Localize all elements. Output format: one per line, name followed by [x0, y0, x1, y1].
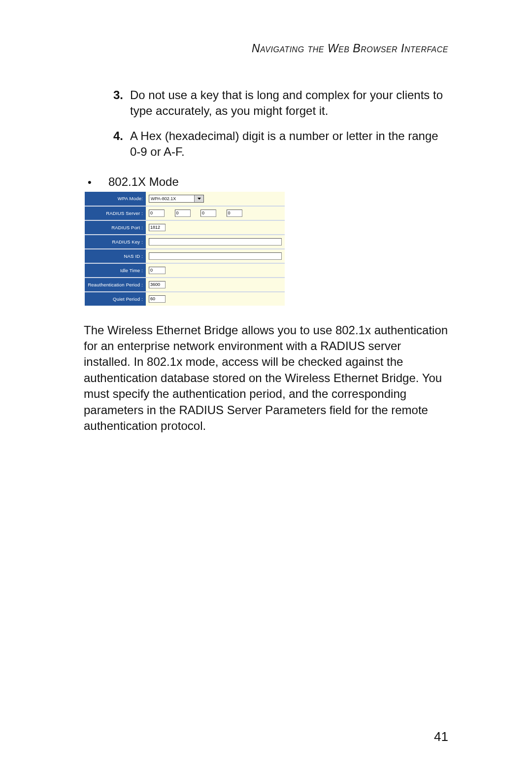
nas-id-input[interactable] [149, 252, 282, 260]
radius-server-label: RADIUS Server : [85, 206, 146, 220]
radius-key-input[interactable] [149, 238, 282, 246]
list-item: 4. A Hex (hexadecimal) digit is a number… [113, 128, 448, 160]
nas-id-label: NAS ID : [85, 249, 146, 263]
chevron-down-icon [194, 195, 203, 202]
wpa-mode-label: WPA Mode: [85, 192, 146, 206]
reauth-period-input[interactable] [149, 281, 166, 288]
wpa-mode-select[interactable]: WPA-802.1X [149, 195, 204, 203]
idle-time-label: Idle Time : [85, 263, 146, 278]
radius-server-oct1[interactable] [149, 210, 165, 217]
bullet-item: • 802.1X Mode [88, 175, 448, 189]
ordered-list: 3. Do not use a key that is long and com… [84, 87, 448, 160]
quiet-period-input[interactable] [149, 295, 166, 303]
body-paragraph: The Wireless Ethernet Bridge allows you … [84, 322, 448, 434]
list-item: 3. Do not use a key that is long and com… [113, 87, 448, 119]
list-number: 4. [113, 128, 130, 160]
quiet-period-label: Quiet Period : [85, 292, 146, 306]
svg-marker-0 [198, 198, 201, 200]
config-form: WPA Mode: WPA-802.1X RADIUS Server : [85, 192, 285, 306]
radius-port-input[interactable] [149, 224, 166, 231]
bullet-text: 802.1X Mode [108, 175, 179, 189]
list-number: 3. [113, 87, 130, 119]
bullet-marker: • [88, 176, 108, 189]
reauth-period-label: Reauthentication Period : [85, 278, 146, 292]
running-header: Navigating the Web Browser Interface [84, 42, 448, 55]
radius-port-label: RADIUS Port : [85, 220, 146, 235]
list-text: A Hex (hexadecimal) digit is a number or… [130, 128, 448, 160]
radius-server-oct2[interactable] [175, 210, 191, 217]
page-number: 41 [434, 729, 448, 744]
radius-key-label: RADIUS Key : [85, 235, 146, 249]
wpa-mode-value: WPA-802.1X [149, 196, 177, 201]
list-text: Do not use a key that is long and comple… [130, 87, 448, 119]
radius-server-oct3[interactable] [200, 210, 216, 217]
radius-server-oct4[interactable] [227, 210, 242, 217]
idle-time-input[interactable] [149, 267, 166, 274]
